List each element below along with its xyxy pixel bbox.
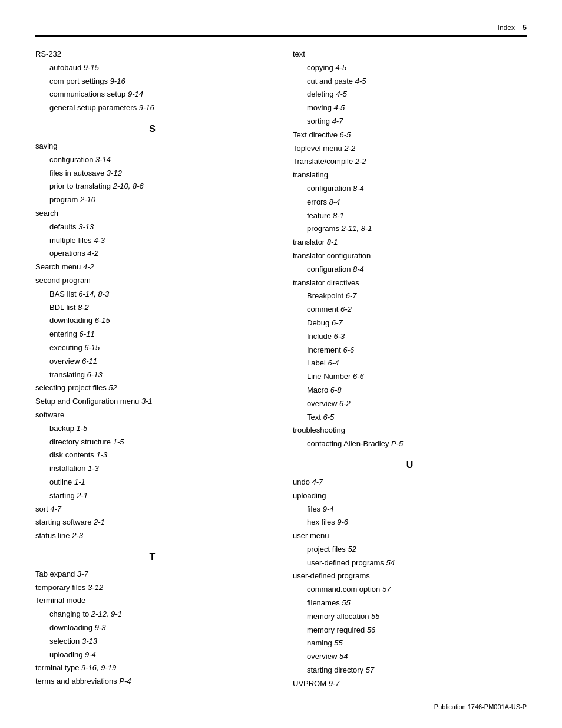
- software-entry: software: [35, 409, 269, 421]
- t-section-heading: T: [35, 552, 269, 562]
- page-footer: Publication 1746-PM001A-US-P: [434, 703, 527, 710]
- rs232-title: RS-232: [35, 48, 269, 61]
- second-program: second program: [35, 275, 269, 287]
- td-line-number: Line Number 6-6: [293, 371, 527, 383]
- second-program-translating: translating 6-13: [35, 369, 269, 381]
- text-deleting: deleting 4-5: [293, 88, 527, 101]
- tab-expand: Tab expand 3-7: [35, 568, 269, 581]
- page-header: Index 5: [35, 24, 527, 37]
- setup-config-menu: Setup and Configuration menu 3-1: [35, 396, 269, 408]
- status-line: status line 2-3: [35, 530, 269, 542]
- toplevel-menu: Toplevel menu 2-2: [293, 143, 527, 155]
- search-multiple-files: multiple files 4-3: [35, 235, 269, 247]
- publication-info: Publication 1746-PM001A-US-P: [434, 703, 527, 710]
- selecting-project-files: selecting project files 52: [35, 382, 269, 394]
- text-directive: Text directive 6-5: [293, 129, 527, 141]
- translator-directives: translator directives: [293, 277, 527, 289]
- translate-compile: Translate/compile 2-2: [293, 156, 527, 168]
- second-program-bdl-list: BDL list 8-2: [35, 302, 269, 314]
- second-program-entering: entering 6-11: [35, 328, 269, 341]
- troubleshooting-allen-bradley: contacting Allen-Bradley P-5: [293, 438, 527, 450]
- second-program-downloading: downloading 6-15: [35, 315, 269, 327]
- sort-entry: sort 4-7: [35, 503, 269, 516]
- text-sorting: sorting 4-7: [293, 116, 527, 128]
- translating-config: configuration 8-4: [293, 183, 527, 195]
- temporary-files: temporary files 3-12: [35, 582, 269, 594]
- second-program-bas-list: BAS list 6-14, 8-3: [35, 288, 269, 301]
- translating-entry: translating: [293, 169, 527, 182]
- udp-command-com: command.com option 57: [293, 584, 527, 596]
- udp-naming: naming 55: [293, 637, 527, 650]
- rs232-general-setup: general setup parameters 9-16: [35, 102, 269, 114]
- terminal-mode-selection: selection 3-13: [35, 635, 269, 648]
- terminal-mode: Terminal mode: [35, 595, 269, 607]
- td-breakpoint: Breakpoint 6-7: [293, 290, 527, 302]
- terminal-type: terminal type 9-16, 9-19: [35, 662, 269, 674]
- software-installation: installation 1-3: [35, 463, 269, 475]
- software-disk-contents: disk contents 1-3: [35, 449, 269, 462]
- uploading-files: files 9-4: [293, 503, 527, 516]
- user-menu-entry: user menu: [293, 530, 527, 542]
- header-text: Index 5: [498, 24, 527, 32]
- td-debug: Debug 6-7: [293, 317, 527, 330]
- rs232-autobaud: autobaud 9-15: [35, 62, 269, 74]
- page: Index 5 RS-232 autobaud 9-15 com port se…: [0, 0, 562, 728]
- second-program-overview: overview 6-11: [35, 355, 269, 368]
- user-defined-programs: user-defined programs: [293, 570, 527, 582]
- troubleshooting-entry: troubleshooting: [293, 424, 527, 437]
- software-backup: backup 1-5: [35, 423, 269, 435]
- software-outline: outline 1-1: [35, 476, 269, 489]
- software-dir-structure: directory structure 1-5: [35, 436, 269, 449]
- translator-config-entry: translator configuration: [293, 250, 527, 262]
- saving-config: configuration 3-14: [35, 154, 269, 166]
- content-columns: RS-232 autobaud 9-15 com port settings 9…: [35, 48, 527, 691]
- undo-entry: undo 4-7: [293, 476, 527, 489]
- saving-program: program 2-10: [35, 194, 269, 206]
- udp-starting-directory: starting directory 57: [293, 664, 527, 677]
- td-label: Label 6-4: [293, 357, 527, 370]
- software-starting: starting 2-1: [35, 490, 269, 502]
- text-cut-paste: cut and paste 4-5: [293, 75, 527, 88]
- rs232-comm-setup: communications setup 9-14: [35, 88, 269, 101]
- td-comment: comment 6-2: [293, 304, 527, 316]
- right-column: text copying 4-5 cut and paste 4-5 delet…: [293, 48, 527, 691]
- uploading-hex-files: hex files 9-6: [293, 516, 527, 529]
- second-program-executing: executing 6-15: [35, 342, 269, 354]
- search-operations: operations 4-2: [35, 248, 269, 260]
- s-section-heading: S: [35, 124, 269, 134]
- uvprom-entry: UVPROM 9-7: [293, 678, 527, 690]
- saving-files-autosave: files in autosave 3-12: [35, 167, 269, 180]
- terminal-mode-changing: changing to 2-12, 9-1: [35, 608, 269, 621]
- udp-overview: overview 54: [293, 651, 527, 663]
- translating-programs: programs 2-11, 8-1: [293, 223, 527, 235]
- text-copying: copying 4-5: [293, 62, 527, 74]
- starting-software: starting software 2-1: [35, 516, 269, 529]
- text-entry: text: [293, 48, 527, 61]
- user-menu-project-files: project files 52: [293, 543, 527, 556]
- saving-prior-translating: prior to translating 2-10, 8-6: [35, 180, 269, 193]
- udp-filenames: filenames 55: [293, 597, 527, 610]
- td-overview: overview 6-2: [293, 398, 527, 410]
- td-increment: Increment 6-6: [293, 344, 527, 357]
- uploading-entry: uploading: [293, 490, 527, 502]
- udp-memory-required: memory required 56: [293, 624, 527, 637]
- text-moving: moving 4-5: [293, 102, 527, 114]
- td-text: Text 6-5: [293, 411, 527, 424]
- td-macro: Macro 6-8: [293, 384, 527, 397]
- saving-entry: saving: [35, 140, 269, 153]
- translator-config-sub: configuration 8-4: [293, 263, 527, 276]
- left-column: RS-232 autobaud 9-15 com port settings 9…: [35, 48, 269, 691]
- terminal-mode-downloading: downloading 9-3: [35, 622, 269, 634]
- u-section-heading: U: [293, 460, 527, 470]
- search-defaults: defaults 3-13: [35, 221, 269, 233]
- terminal-mode-uploading: uploading 9-4: [35, 649, 269, 661]
- translating-errors: errors 8-4: [293, 196, 527, 209]
- translating-feature: feature 8-1: [293, 210, 527, 222]
- search-entry: search: [35, 207, 269, 220]
- user-menu-user-defined: user-defined programs 54: [293, 557, 527, 569]
- search-menu: Search menu 4-2: [35, 261, 269, 274]
- terms-abbreviations: terms and abbreviations P-4: [35, 676, 269, 688]
- rs232-entry: RS-232 autobaud 9-15 com port settings 9…: [35, 48, 269, 114]
- translator-entry: translator 8-1: [293, 236, 527, 249]
- td-include: Include 6-3: [293, 331, 527, 343]
